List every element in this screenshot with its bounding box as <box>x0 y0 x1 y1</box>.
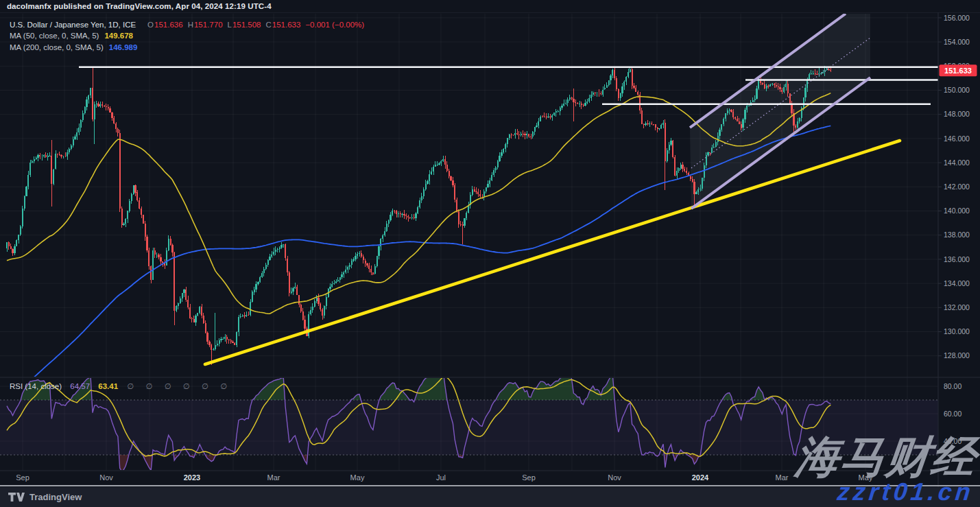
svg-text:Nov: Nov <box>608 473 621 482</box>
last-price-badge: 151.633 <box>940 64 977 76</box>
svg-text:151.633: 151.633 <box>944 67 972 75</box>
svg-text:144.000: 144.000 <box>944 158 970 167</box>
watermark-brand-text: 海马财经 <box>793 435 979 479</box>
svg-text:80.00: 80.00 <box>944 382 961 390</box>
tradingview-published-chart: dacolmanfx published on TradingView.com,… <box>0 0 980 507</box>
tradingview-logo-icon[interactable] <box>8 492 25 502</box>
svg-text:142.000: 142.000 <box>944 182 970 191</box>
svg-text:148.000: 148.000 <box>944 110 970 118</box>
svg-text:140.000: 140.000 <box>944 207 970 215</box>
symbol-row[interactable]: U.S. Dollar / Japanese Yen, 1D, ICE O 15… <box>10 19 364 30</box>
svg-text:60.00: 60.00 <box>944 410 961 418</box>
chart-canvas[interactable]: 156.000154.000152.000150.000148.000146.0… <box>0 0 980 507</box>
svg-text:138.000: 138.000 <box>944 231 970 239</box>
svg-text:Mar: Mar <box>267 473 280 482</box>
svg-text:128.000: 128.000 <box>944 351 970 359</box>
symbol-title: U.S. Dollar / Japanese Yen, 1D, ICE <box>10 21 136 29</box>
svg-text:Sep: Sep <box>522 473 536 482</box>
open-letter: O <box>147 21 154 29</box>
watermark-url-text: zzrt01.cn <box>836 480 975 504</box>
svg-text:2024: 2024 <box>692 473 709 482</box>
svg-text:Sep: Sep <box>16 473 29 482</box>
rsi-label: RSI (14, close) <box>10 382 62 390</box>
svg-text:130.000: 130.000 <box>944 327 970 335</box>
low-value: 151.508 <box>232 21 261 29</box>
svg-text:Jul: Jul <box>436 473 446 482</box>
svg-text:2023: 2023 <box>184 473 200 482</box>
change-value: −0.001 (−0.00%) <box>305 21 364 29</box>
svg-text:146.000: 146.000 <box>944 134 970 143</box>
ma200-label: MA (200, close, 0, SMA, 5) <box>10 43 104 51</box>
close-value: 151.633 <box>272 21 301 29</box>
ma200-row[interactable]: MA (200, close, 0, SMA, 5) 146.989 <box>10 42 364 53</box>
ma200-value: 146.989 <box>109 43 138 51</box>
svg-text:May: May <box>350 473 365 482</box>
svg-text:134.000: 134.000 <box>944 279 970 287</box>
svg-text:150.000: 150.000 <box>944 86 970 94</box>
svg-text:136.000: 136.000 <box>944 255 970 263</box>
high-letter: H <box>188 21 193 29</box>
main-legend: U.S. Dollar / Japanese Yen, 1D, ICE O 15… <box>10 19 364 53</box>
high-value: 151.770 <box>194 21 223 29</box>
bottom-bar: TradingView <box>0 487 980 507</box>
rsi-legend[interactable]: RSI (14, close) 64.57 63.41 ∅ ∅ ∅ ∅ ∅ ∅ <box>10 381 232 391</box>
attribution-bar: dacolmanfx published on TradingView.com,… <box>0 0 980 12</box>
svg-text:156.000: 156.000 <box>944 14 970 22</box>
attribution-text: dacolmanfx published on TradingView.com,… <box>7 2 272 10</box>
svg-text:Mar: Mar <box>776 473 789 482</box>
close-letter: C <box>266 21 272 29</box>
ma50-label: MA (50, close, 0, SMA, 5) <box>10 32 99 40</box>
ma50-value: 149.678 <box>104 32 133 40</box>
rsi-value: 64.57 <box>70 382 90 390</box>
bottom-separator <box>0 485 980 487</box>
rsi-empty-plots: ∅ ∅ ∅ ∅ ∅ ∅ <box>127 382 232 390</box>
svg-text:132.000: 132.000 <box>944 303 970 311</box>
ma50-row[interactable]: MA (50, close, 0, SMA, 5) 149.678 <box>10 30 364 41</box>
svg-text:Nov: Nov <box>99 473 113 482</box>
tradingview-brand-text[interactable]: TradingView <box>29 492 82 502</box>
svg-text:154.000: 154.000 <box>944 38 970 46</box>
low-letter: L <box>228 21 232 29</box>
open-value: 151.636 <box>154 21 183 29</box>
rsi-ma-value: 63.41 <box>98 382 118 390</box>
